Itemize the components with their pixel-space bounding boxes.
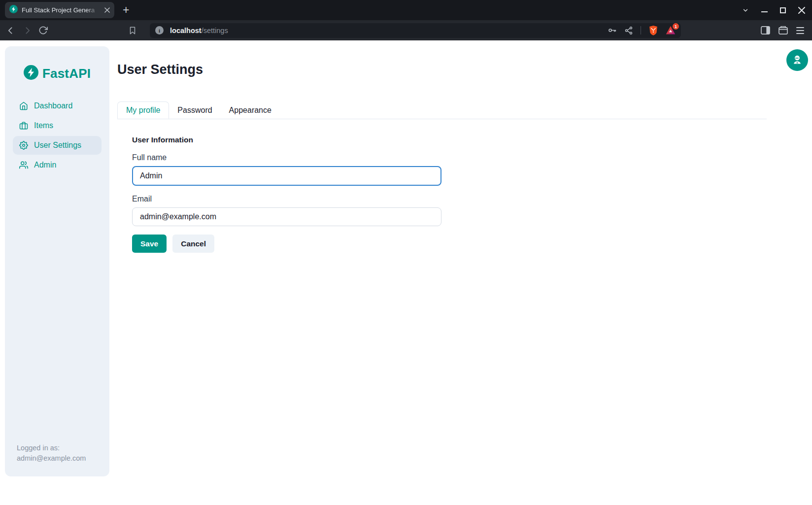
save-button[interactable]: Save <box>132 235 167 253</box>
sidebar-item-label: Admin <box>34 161 56 169</box>
settings-tabs: My profile Password Appearance <box>117 101 767 119</box>
cancel-button[interactable]: Cancel <box>172 235 214 253</box>
brave-rewards-button[interactable]: 1 <box>666 26 676 35</box>
page-title: User Settings <box>117 62 203 77</box>
browser-tab-strip: Full Stack Project Genera + <box>0 0 812 20</box>
rewards-count-badge: 1 <box>673 23 679 30</box>
site-info-icon[interactable]: i <box>155 26 164 34</box>
gear-icon <box>19 141 28 150</box>
url-text[interactable]: localhost/settings <box>170 27 608 34</box>
window-close-button[interactable] <box>798 7 805 14</box>
fastapi-logo[interactable]: FastAPI <box>5 65 109 82</box>
window-minimize-button[interactable] <box>761 8 768 12</box>
sidebar-item-label: User Settings <box>34 141 81 150</box>
logged-in-as-label: Logged in as: <box>17 443 102 453</box>
tab-search-chevron-icon[interactable] <box>742 7 749 14</box>
tab-close-icon[interactable] <box>104 7 110 13</box>
tab-appearance[interactable]: Appearance <box>221 101 280 119</box>
logged-in-as: Logged in as: admin@example.com <box>5 443 109 476</box>
back-button[interactable] <box>6 26 16 35</box>
reload-button[interactable] <box>38 26 48 35</box>
app-page: FastAPI Dashboard Items User Settings <box>0 40 812 505</box>
sidebar-toggle-icon[interactable] <box>761 26 770 34</box>
form-actions: Save Cancel <box>132 235 441 253</box>
tab-my-profile[interactable]: My profile <box>117 101 169 119</box>
full-name-field[interactable] <box>132 166 441 186</box>
user-information-form: User Information Full name Email Save Ca… <box>132 135 441 253</box>
full-name-label: Full name <box>132 153 441 162</box>
url-path: /settings <box>202 27 228 34</box>
section-title: User Information <box>132 135 441 144</box>
email-label: Email <box>132 194 441 203</box>
address-bar[interactable]: i localhost/settings 1 <box>150 23 681 38</box>
sidebar: FastAPI Dashboard Items User Settings <box>5 46 109 476</box>
wallet-icon[interactable] <box>778 26 788 34</box>
user-avatar-icon <box>791 54 803 67</box>
briefcase-icon <box>19 121 28 130</box>
bookmark-icon[interactable] <box>128 26 137 35</box>
window-maximize-button[interactable] <box>780 7 786 13</box>
sidebar-item-items[interactable]: Items <box>13 116 102 135</box>
user-menu-button[interactable] <box>786 49 808 71</box>
sidebar-item-admin[interactable]: Admin <box>13 156 102 174</box>
url-host: localhost <box>170 27 202 34</box>
browser-tab[interactable]: Full Stack Project Genera <box>5 2 114 18</box>
logged-in-as-email: admin@example.com <box>17 453 102 464</box>
sidebar-item-user-settings[interactable]: User Settings <box>13 136 102 155</box>
sidebar-item-label: Dashboard <box>34 101 72 110</box>
toolbar-divider <box>641 26 641 34</box>
menu-icon[interactable] <box>796 27 804 34</box>
tab-password[interactable]: Password <box>169 101 220 119</box>
fastapi-favicon-icon <box>9 5 18 15</box>
share-icon[interactable] <box>624 26 633 35</box>
main-content: User Settings My profile Password Appear… <box>117 40 812 505</box>
users-icon <box>19 161 28 169</box>
sidebar-item-dashboard[interactable]: Dashboard <box>13 97 102 115</box>
sidebar-nav: Dashboard Items User Settings Admin <box>5 97 109 174</box>
brave-shield-icon[interactable] <box>648 25 658 35</box>
sidebar-item-label: Items <box>34 121 53 130</box>
email-field[interactable] <box>132 207 441 226</box>
logo-text: FastAPI <box>42 66 91 81</box>
fastapi-logo-icon <box>24 65 38 82</box>
home-icon <box>19 101 28 110</box>
tab-title: Full Stack Project Genera <box>22 6 101 14</box>
forward-button[interactable] <box>22 26 32 35</box>
new-tab-button[interactable]: + <box>123 4 129 16</box>
password-key-icon[interactable] <box>608 26 617 35</box>
browser-toolbar: i localhost/settings 1 <box>0 20 812 40</box>
